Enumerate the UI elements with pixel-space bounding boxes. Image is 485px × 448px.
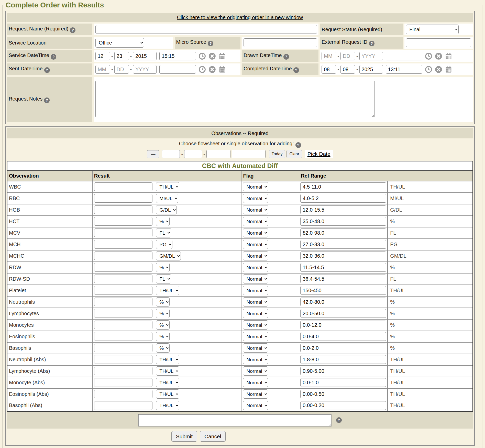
result-unit-select[interactable]: TH/UL bbox=[156, 182, 179, 191]
ref-range-input[interactable] bbox=[300, 309, 386, 318]
result-unit-select[interactable]: % bbox=[156, 320, 170, 330]
clock-icon[interactable] bbox=[199, 66, 206, 73]
result-input[interactable] bbox=[94, 252, 152, 260]
request-name-input[interactable] bbox=[95, 25, 317, 34]
clock-icon[interactable] bbox=[199, 52, 206, 60]
drawn-time-input[interactable] bbox=[386, 52, 422, 60]
remove-flowsheet-button[interactable]: — bbox=[147, 150, 159, 158]
help-icon[interactable]: ? bbox=[336, 417, 342, 423]
result-unit-select[interactable]: % bbox=[156, 217, 170, 226]
result-input[interactable] bbox=[94, 332, 152, 341]
result-input[interactable] bbox=[94, 298, 152, 306]
completed-month-input[interactable] bbox=[322, 65, 336, 74]
result-input[interactable] bbox=[94, 355, 152, 364]
clock-icon[interactable] bbox=[425, 52, 432, 60]
clear-datetime-icon[interactable] bbox=[435, 66, 442, 73]
ref-range-input[interactable] bbox=[300, 263, 386, 272]
ref-range-input[interactable] bbox=[300, 194, 386, 203]
result-input[interactable] bbox=[94, 344, 152, 352]
flag-select[interactable]: Normal bbox=[243, 309, 268, 318]
service-time-input[interactable] bbox=[159, 52, 196, 60]
flag-select[interactable]: Normal bbox=[243, 217, 268, 226]
calendar-icon[interactable] bbox=[445, 66, 452, 73]
ref-range-input[interactable] bbox=[300, 252, 386, 260]
submit-button[interactable]: Submit bbox=[171, 431, 197, 442]
clear-datetime-icon[interactable] bbox=[208, 52, 216, 60]
flag-select[interactable]: Normal bbox=[243, 401, 268, 410]
flag-select[interactable]: Normal bbox=[243, 389, 268, 399]
result-input[interactable] bbox=[94, 263, 152, 272]
result-unit-select[interactable]: PG bbox=[156, 240, 172, 249]
clear-button[interactable]: Clear bbox=[286, 150, 302, 158]
request-notes-textarea[interactable] bbox=[95, 81, 375, 117]
result-input[interactable] bbox=[94, 205, 152, 214]
flag-select[interactable]: Normal bbox=[243, 378, 268, 387]
result-input[interactable] bbox=[94, 401, 152, 410]
calendar-icon[interactable] bbox=[445, 52, 452, 60]
flag-select[interactable]: Normal bbox=[243, 205, 268, 214]
flag-select[interactable]: Normal bbox=[243, 240, 268, 249]
flag-select[interactable]: Normal bbox=[243, 228, 268, 237]
ref-range-input[interactable] bbox=[300, 321, 386, 329]
help-icon[interactable]: ? bbox=[44, 97, 50, 103]
ref-range-input[interactable] bbox=[300, 355, 386, 364]
result-input[interactable] bbox=[94, 228, 152, 237]
completed-time-input[interactable] bbox=[386, 65, 422, 74]
result-unit-select[interactable]: TH/UL bbox=[156, 286, 179, 295]
ref-range-input[interactable] bbox=[300, 332, 386, 341]
result-unit-select[interactable]: FL bbox=[156, 274, 171, 283]
clear-datetime-icon[interactable] bbox=[208, 66, 216, 73]
help-icon[interactable]: ? bbox=[283, 54, 289, 60]
drawn-year-input[interactable] bbox=[359, 52, 383, 60]
result-unit-select[interactable]: TH/UL bbox=[156, 366, 179, 376]
result-input[interactable] bbox=[94, 367, 152, 375]
help-icon[interactable]: ? bbox=[369, 41, 374, 46]
result-unit-select[interactable]: TH/UL bbox=[156, 389, 179, 399]
flag-select[interactable]: Normal bbox=[243, 332, 268, 341]
ref-range-input[interactable] bbox=[300, 228, 386, 237]
service-location-select[interactable]: Office bbox=[95, 38, 144, 48]
help-icon[interactable]: ? bbox=[51, 54, 56, 60]
drawn-month-input[interactable] bbox=[322, 52, 336, 60]
request-status-select[interactable]: Final bbox=[406, 25, 459, 34]
result-input[interactable] bbox=[94, 182, 152, 191]
flag-select[interactable]: Normal bbox=[243, 320, 268, 330]
result-unit-select[interactable]: FL bbox=[156, 228, 171, 237]
flag-select[interactable]: Normal bbox=[243, 355, 268, 364]
ref-range-input[interactable] bbox=[300, 401, 386, 410]
calendar-icon[interactable] bbox=[218, 66, 226, 73]
flag-select[interactable]: Normal bbox=[243, 263, 268, 272]
result-input[interactable] bbox=[94, 217, 152, 226]
micro-source-input[interactable] bbox=[244, 38, 317, 47]
result-input[interactable] bbox=[94, 194, 152, 203]
external-request-id-input[interactable] bbox=[406, 38, 471, 47]
today-button[interactable]: Today bbox=[269, 150, 285, 158]
service-month-input[interactable] bbox=[95, 52, 110, 60]
result-unit-select[interactable]: MI/UL bbox=[156, 194, 178, 203]
result-input[interactable] bbox=[94, 390, 152, 398]
flag-select[interactable]: Normal bbox=[243, 297, 268, 307]
help-icon[interactable]: ? bbox=[208, 41, 213, 46]
flowsheet-date-day-input[interactable] bbox=[184, 150, 202, 158]
sent-month-input[interactable] bbox=[95, 65, 110, 74]
bottom-note-textarea[interactable] bbox=[138, 414, 332, 427]
result-unit-select[interactable]: % bbox=[156, 332, 170, 341]
completed-year-input[interactable] bbox=[359, 65, 383, 74]
result-input[interactable] bbox=[94, 378, 152, 387]
flag-select[interactable]: Normal bbox=[243, 251, 268, 260]
calendar-icon[interactable] bbox=[218, 52, 226, 60]
result-input[interactable] bbox=[94, 275, 152, 283]
flag-select[interactable]: Normal bbox=[243, 194, 268, 203]
flag-select[interactable]: Normal bbox=[243, 366, 268, 376]
result-unit-select[interactable]: % bbox=[156, 343, 170, 353]
ref-range-input[interactable] bbox=[300, 217, 386, 226]
result-unit-select[interactable]: TH/UL bbox=[156, 355, 179, 364]
result-input[interactable] bbox=[94, 309, 152, 318]
result-unit-select[interactable]: TH/UL bbox=[156, 378, 179, 387]
ref-range-input[interactable] bbox=[300, 378, 386, 387]
result-input[interactable] bbox=[94, 286, 152, 295]
flag-select[interactable]: Normal bbox=[243, 343, 268, 353]
pick-date-link[interactable]: Pick Date bbox=[307, 151, 330, 157]
result-unit-select[interactable]: % bbox=[156, 309, 170, 318]
ref-range-input[interactable] bbox=[300, 240, 386, 249]
